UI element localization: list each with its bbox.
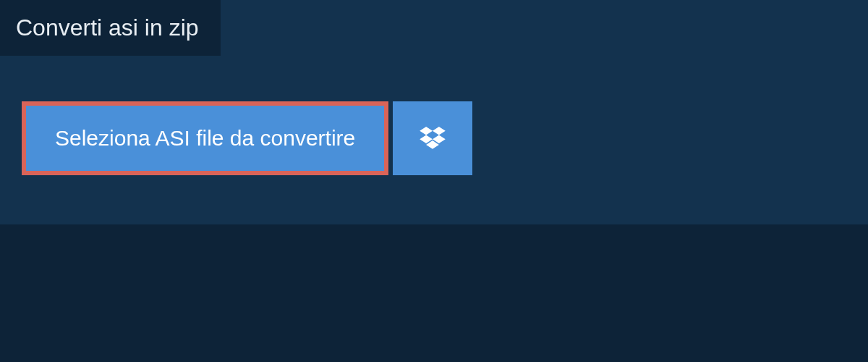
- select-file-button[interactable]: Seleziona ASI file da convertire: [22, 101, 388, 175]
- dropbox-button[interactable]: [393, 101, 472, 175]
- select-file-label: Seleziona ASI file da convertire: [55, 126, 355, 150]
- tab-convert[interactable]: Converti asi in zip: [0, 0, 221, 56]
- converter-panel: Converti asi in zip Seleziona ASI file d…: [0, 0, 868, 224]
- button-row: Seleziona ASI file da convertire: [22, 101, 472, 175]
- dropbox-icon: [420, 127, 446, 150]
- tab-label: Converti asi in zip: [16, 14, 199, 41]
